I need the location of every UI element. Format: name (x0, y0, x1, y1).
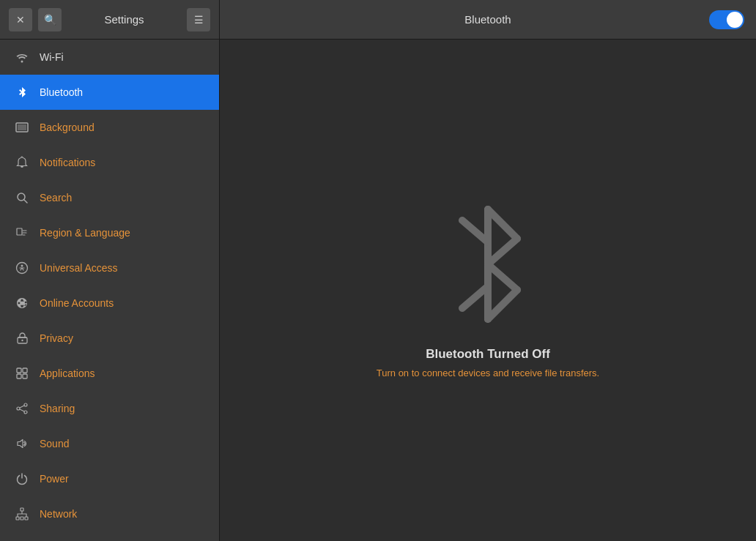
sidebar-item-sharing-label: Sharing (40, 403, 75, 414)
sidebar-item-network[interactable]: Network (0, 496, 219, 531)
bluetooth-icon (15, 85, 29, 100)
svg-point-14 (24, 411, 27, 414)
universal-access-icon (15, 261, 29, 275)
sidebar-item-sharing[interactable]: Sharing (0, 391, 219, 426)
app-title: Settings (67, 13, 181, 26)
svg-rect-8 (17, 368, 21, 373)
sidebar: Wi-Fi Bluetooth Background (0, 40, 220, 541)
svg-line-25 (488, 290, 517, 319)
svg-rect-11 (23, 374, 27, 378)
sidebar-item-universal-label: Universal Access (40, 262, 118, 274)
svg-line-23 (488, 239, 517, 264)
svg-line-26 (462, 220, 488, 242)
power-icon (15, 471, 29, 486)
header-left: ✕ 🔍 Settings ☰ (0, 0, 220, 39)
svg-line-22 (488, 209, 517, 239)
sidebar-item-power-label: Power (40, 473, 69, 485)
header-right: Bluetooth (220, 13, 756, 26)
sidebar-item-sound-label: Sound (40, 438, 69, 449)
svg-point-13 (17, 407, 20, 410)
online-accounts-icon (15, 296, 29, 310)
sidebar-item-search-label: Search (40, 192, 72, 204)
content-title: Bluetooth Turned Off (426, 347, 550, 362)
sidebar-item-background[interactable]: Background (0, 110, 219, 145)
sidebar-item-online[interactable]: Online Accounts (0, 286, 219, 321)
search-icon (15, 190, 29, 205)
svg-rect-1 (18, 124, 26, 130)
content-subtitle: Turn on to connect devices and receive f… (377, 367, 599, 378)
sidebar-item-privacy[interactable]: Privacy (0, 321, 219, 356)
sidebar-item-notifications[interactable]: Notifications (0, 145, 219, 180)
notifications-icon (15, 155, 29, 170)
sidebar-item-power[interactable]: Power (0, 461, 219, 496)
sidebar-item-applications-label: Applications (40, 367, 95, 379)
sidebar-item-applications[interactable]: Applications (0, 356, 219, 391)
sidebar-item-privacy-label: Privacy (40, 332, 73, 344)
sharing-icon (15, 401, 29, 416)
content-area: // Will be replaced by inline SVG below … (220, 40, 756, 541)
region-icon (15, 225, 29, 240)
sidebar-item-region[interactable]: Region & Language (0, 215, 219, 250)
network-icon (15, 507, 29, 521)
sidebar-item-wifi[interactable]: Wi-Fi (0, 40, 219, 75)
svg-line-16 (20, 409, 24, 411)
svg-line-24 (488, 264, 517, 290)
bluetooth-large-icon (440, 202, 536, 329)
bluetooth-toggle[interactable] (709, 10, 744, 29)
applications-icon (15, 366, 29, 381)
sidebar-item-wifi-label: Wi-Fi (40, 51, 64, 63)
svg-rect-3 (17, 228, 22, 235)
svg-line-15 (20, 406, 24, 408)
sidebar-item-sound[interactable]: Sound (0, 426, 219, 461)
page-title: Bluetooth (464, 13, 511, 26)
privacy-icon (15, 331, 29, 346)
svg-point-7 (21, 340, 23, 341)
sidebar-item-bluetooth[interactable]: Bluetooth (0, 75, 219, 110)
background-icon (15, 120, 29, 135)
svg-rect-20 (21, 517, 23, 520)
svg-point-12 (24, 403, 27, 406)
main-layout: Wi-Fi Bluetooth Background (0, 40, 756, 541)
sidebar-item-search[interactable]: Search (0, 180, 219, 215)
sidebar-item-region-label: Region & Language (40, 227, 130, 239)
bluetooth-toggle-container (709, 10, 744, 29)
wifi-icon (15, 50, 29, 64)
header: ✕ 🔍 Settings ☰ Bluetooth (0, 0, 756, 40)
close-button[interactable]: ✕ (9, 8, 32, 31)
sidebar-item-bluetooth-label: Bluetooth (40, 86, 83, 98)
svg-line-27 (462, 286, 488, 308)
sidebar-item-network-label: Network (40, 508, 77, 520)
menu-button[interactable]: ☰ (187, 8, 210, 31)
sound-icon (15, 436, 29, 451)
svg-point-5 (21, 265, 23, 267)
sidebar-item-universal[interactable]: Universal Access (0, 250, 219, 286)
svg-rect-9 (23, 368, 27, 373)
sidebar-item-notifications-label: Notifications (40, 157, 95, 168)
sidebar-item-background-label: Background (40, 122, 94, 133)
svg-rect-10 (17, 374, 21, 378)
sidebar-item-online-label: Online Accounts (40, 297, 114, 309)
search-button[interactable]: 🔍 (38, 8, 62, 31)
